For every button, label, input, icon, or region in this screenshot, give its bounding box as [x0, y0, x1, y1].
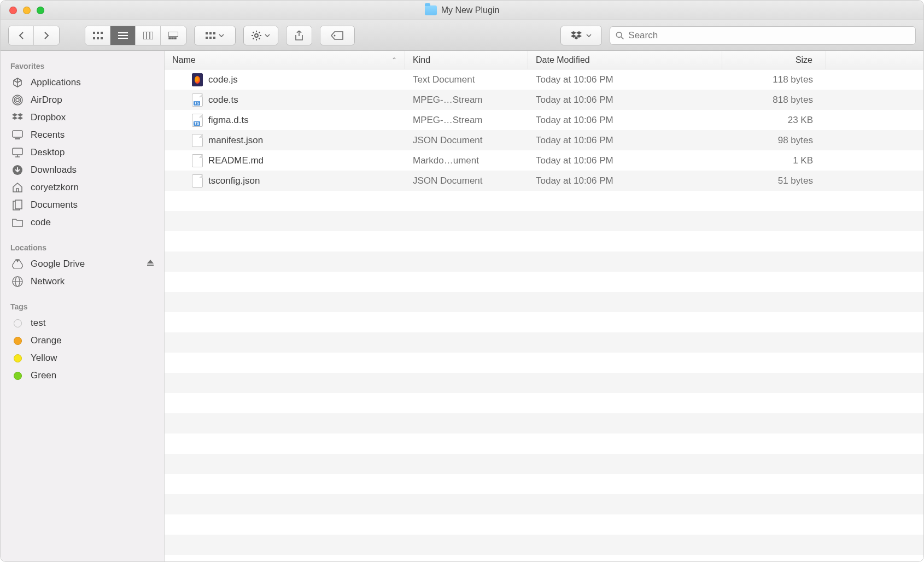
svg-line-30 — [259, 32, 260, 33]
search-icon — [616, 31, 624, 40]
icon-view-button[interactable] — [85, 26, 110, 45]
svg-rect-48 — [13, 148, 22, 155]
gallery-view-button[interactable] — [161, 26, 186, 45]
window-title: My New Plugin — [1, 5, 923, 15]
downloads-icon — [10, 165, 25, 175]
tag-dot-icon — [10, 354, 25, 362]
svg-rect-53 — [15, 200, 22, 209]
sidebar-item-label: coryetzkorn — [31, 182, 79, 193]
view-mode-buttons — [85, 26, 186, 45]
sidebar-item-label: Dropbox — [31, 112, 66, 123]
sidebar-item-documents[interactable]: Documents — [1, 196, 164, 214]
dropbox-dropdown[interactable] — [560, 26, 602, 45]
file-date: Today at 10:06 PM — [528, 171, 722, 191]
svg-rect-0 — [93, 32, 95, 34]
sidebar-item-gdrive[interactable]: Google Drive — [1, 255, 164, 273]
file-row[interactable]: TSfigma.d.tsMPEG-…StreamToday at 10:06 P… — [165, 110, 923, 130]
column-view-button[interactable] — [136, 26, 161, 45]
sidebar-section-tags: Tags — [1, 298, 164, 314]
file-extra — [826, 171, 923, 191]
svg-marker-33 — [576, 31, 582, 34]
sidebar-item-recents[interactable]: Recents — [1, 126, 164, 144]
action-dropdown[interactable] — [243, 26, 278, 45]
back-button[interactable] — [9, 26, 34, 45]
file-row[interactable]: code.jsText DocumentToday at 10:06 PM118… — [165, 69, 923, 90]
tag-dot-icon — [10, 319, 25, 327]
file-extra — [826, 110, 923, 130]
file-date: Today at 10:06 PM — [528, 150, 722, 171]
sidebar-item-applications[interactable]: Applications — [1, 74, 164, 91]
column-header-name[interactable]: Name ⌃ — [165, 51, 405, 69]
svg-rect-47 — [15, 138, 20, 139]
gdrive-icon — [10, 259, 25, 269]
forward-button[interactable] — [34, 26, 59, 45]
sidebar-item-label: Google Drive — [31, 259, 85, 270]
share-button[interactable] — [286, 26, 312, 45]
file-kind: JSON Document — [405, 171, 528, 191]
file-extra — [826, 69, 923, 90]
close-button[interactable] — [9, 7, 17, 14]
column-header-date[interactable]: Date Modified — [528, 51, 722, 69]
sidebar-item-network[interactable]: Network — [1, 273, 164, 290]
empty-row — [165, 251, 923, 272]
share-icon — [295, 31, 303, 40]
file-date: Today at 10:06 PM — [528, 110, 722, 130]
minimize-button[interactable] — [23, 7, 31, 14]
file-name: code.ts — [208, 95, 238, 106]
sidebar-item-label: Recents — [31, 130, 65, 140]
sidebar-item-code[interactable]: code — [1, 214, 164, 231]
file-row[interactable]: TScode.tsMPEG-…StreamToday at 10:06 PM81… — [165, 90, 923, 110]
documents-icon — [10, 200, 25, 210]
file-row[interactable]: manifest.jsonJSON DocumentToday at 10:06… — [165, 130, 923, 150]
column-header-size[interactable]: Size — [722, 51, 826, 69]
sidebar-item-label: AirDrop — [31, 95, 62, 106]
file-rows: code.jsText DocumentToday at 10:06 PM118… — [165, 69, 923, 561]
sidebar-tag-yellow[interactable]: Yellow — [1, 349, 164, 367]
file-row[interactable]: README.mdMarkdo…umentToday at 10:06 PM1 … — [165, 150, 923, 171]
svg-marker-45 — [17, 116, 23, 120]
eject-icon[interactable] — [147, 259, 154, 270]
sidebar-item-airdrop[interactable]: AirDrop — [1, 91, 164, 109]
sidebar-item-label: Network — [31, 276, 65, 287]
file-kind: JSON Document — [405, 130, 528, 150]
maximize-button[interactable] — [37, 7, 44, 14]
search-field[interactable] — [610, 26, 916, 45]
sidebar-item-desktop[interactable]: Desktop — [1, 144, 164, 161]
svg-point-37 — [616, 32, 622, 37]
file-name: README.md — [208, 155, 264, 166]
sidebar-item-label: Downloads — [31, 165, 77, 175]
file-icon — [192, 174, 203, 188]
group-by-dropdown[interactable] — [194, 26, 236, 45]
empty-row — [165, 211, 923, 231]
sidebar-item-label: Yellow — [31, 353, 57, 364]
sidebar-tag-test[interactable]: test — [1, 314, 164, 332]
sidebar: Favorites Applications AirDrop Dropbox R… — [1, 51, 165, 561]
file-extra — [826, 90, 923, 110]
empty-row — [165, 373, 923, 393]
svg-rect-4 — [97, 37, 99, 39]
sidebar-tag-orange[interactable]: Orange — [1, 332, 164, 349]
empty-row — [165, 555, 923, 561]
file-size: 1 KB — [722, 150, 826, 171]
sidebar-section-locations: Locations — [1, 239, 164, 255]
dropbox-icon — [10, 113, 25, 122]
svg-rect-17 — [209, 32, 212, 34]
svg-line-27 — [253, 32, 254, 33]
search-input[interactable] — [628, 27, 910, 44]
list-view-button[interactable] — [110, 26, 136, 45]
column-header-extra — [826, 51, 923, 69]
svg-marker-43 — [17, 113, 23, 116]
svg-rect-2 — [101, 32, 103, 34]
column-headers: Name ⌃ Kind Date Modified Size — [165, 51, 923, 69]
svg-point-39 — [16, 98, 19, 102]
sidebar-tag-green[interactable]: Green — [1, 367, 164, 384]
tag-button[interactable] — [320, 26, 355, 45]
svg-rect-13 — [169, 38, 171, 39]
file-kind: MPEG-…Stream — [405, 110, 528, 130]
sidebar-item-dropbox[interactable]: Dropbox — [1, 109, 164, 126]
sidebar-item-home[interactable]: coryetzkorn — [1, 179, 164, 196]
file-row[interactable]: tsconfig.jsonJSON DocumentToday at 10:06… — [165, 171, 923, 191]
column-header-kind[interactable]: Kind — [405, 51, 528, 69]
sidebar-item-downloads[interactable]: Downloads — [1, 161, 164, 179]
folder-icon — [10, 218, 25, 227]
